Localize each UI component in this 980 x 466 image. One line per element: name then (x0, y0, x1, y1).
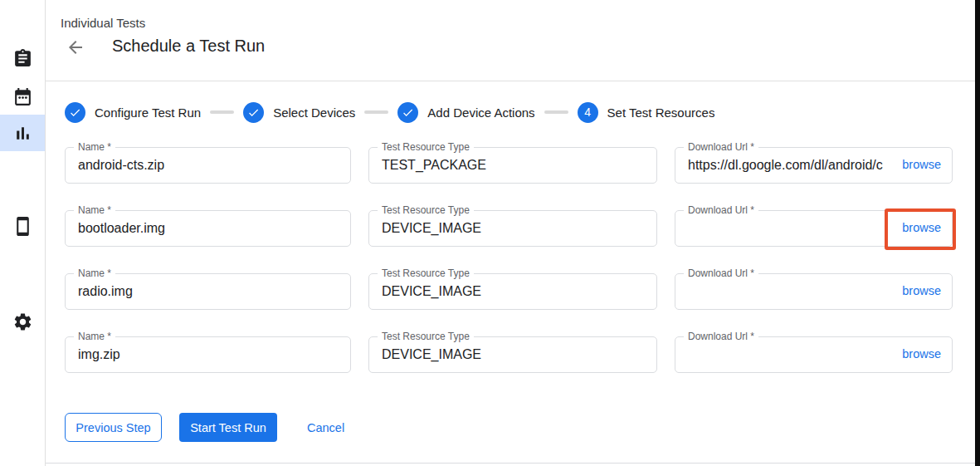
cancel-button[interactable]: Cancel (307, 413, 344, 442)
field-value: TEST_PACKAGE (382, 148, 486, 182)
step-connector (544, 110, 568, 114)
start-test-run-button[interactable]: Start Test Run (179, 413, 277, 442)
browse-link[interactable]: browse (902, 211, 941, 245)
sidebar-item-settings[interactable] (0, 303, 45, 340)
back-arrow-icon[interactable] (66, 37, 85, 57)
content-bottom-divider (46, 463, 980, 464)
field-value: img.zip (78, 337, 120, 371)
sidebar-item-test-plans[interactable] (0, 78, 45, 115)
download-url-field[interactable]: Download Url * https://dl.google.com/dl/… (675, 147, 953, 184)
step-add-device-actions[interactable]: Add Device Actions (397, 102, 534, 123)
test-resource-type-field[interactable]: Test Resource Type DEVICE_IMAGE (368, 336, 657, 373)
action-bar: Previous Step Start Test Run Cancel (65, 413, 344, 442)
previous-step-button[interactable]: Previous Step (65, 413, 162, 442)
sidebar-item-test-runs[interactable] (0, 115, 45, 151)
field-value: android-cts.zip (78, 148, 164, 182)
field-value: DEVICE_IMAGE (382, 337, 481, 371)
name-field[interactable]: Name * radio.img (65, 273, 351, 310)
step-select-devices[interactable]: Select Devices (243, 102, 355, 123)
browse-link[interactable]: browse (902, 274, 941, 308)
field-label: Download Url * (684, 331, 758, 343)
step-connector (210, 110, 234, 114)
step-label: Configure Test Run (95, 105, 201, 120)
test-resource-type-field[interactable]: Test Resource Type DEVICE_IMAGE (368, 210, 657, 247)
page-title: Schedule a Test Run (112, 37, 265, 56)
field-value: DEVICE_IMAGE (382, 274, 481, 308)
smartphone-icon (12, 216, 33, 237)
field-value: DEVICE_IMAGE (382, 211, 481, 245)
bar-chart-icon (12, 123, 33, 144)
step-complete-check-icon (243, 102, 264, 123)
sidebar (0, 0, 46, 466)
clipboard-icon (12, 48, 33, 69)
test-resource-type-field[interactable]: Test Resource Type DEVICE_IMAGE (368, 273, 657, 310)
window-edge (975, 0, 980, 466)
step-label: Set Test Resources (607, 105, 715, 120)
step-label: Select Devices (273, 105, 355, 120)
download-url-field[interactable]: Download Url * browse (675, 273, 953, 310)
download-url-field[interactable]: Download Url * browse (675, 336, 953, 373)
step-label: Add Device Actions (427, 105, 534, 120)
step-connector (364, 110, 388, 114)
field-label: Download Url * (684, 267, 758, 280)
name-field[interactable]: Name * img.zip (65, 336, 351, 373)
sidebar-item-devices[interactable] (0, 208, 45, 244)
browse-link[interactable]: browse (902, 337, 941, 371)
step-number-badge: 4 (578, 102, 598, 123)
field-value: radio.img (78, 274, 133, 308)
step-complete-check-icon (397, 102, 418, 123)
field-value: https://dl.google.com/dl/android/c (688, 148, 883, 182)
sidebar-item-tests[interactable] (0, 40, 45, 76)
step-set-test-resources[interactable]: 4 Set Test Resources (578, 102, 715, 123)
step-complete-check-icon (65, 102, 85, 123)
calendar-icon (12, 86, 33, 107)
gear-icon (12, 311, 33, 332)
browse-link[interactable]: browse (902, 148, 941, 182)
field-label: Download Url * (684, 204, 758, 217)
test-resource-type-field[interactable]: Test Resource Type TEST_PACKAGE (368, 147, 657, 184)
field-value: bootloader.img (78, 211, 165, 245)
download-url-field[interactable]: Download Url * browse (675, 210, 953, 247)
test-resources-form: Name * android-cts.zip Test Resource Typ… (65, 147, 953, 373)
step-configure-test-run[interactable]: Configure Test Run (65, 102, 201, 123)
stepper: Configure Test Run Select Devices Add De… (65, 101, 714, 123)
breadcrumb: Individual Tests (61, 16, 145, 30)
name-field[interactable]: Name * android-cts.zip (65, 147, 351, 184)
name-field[interactable]: Name * bootloader.img (65, 210, 351, 247)
header-divider (46, 81, 980, 81)
